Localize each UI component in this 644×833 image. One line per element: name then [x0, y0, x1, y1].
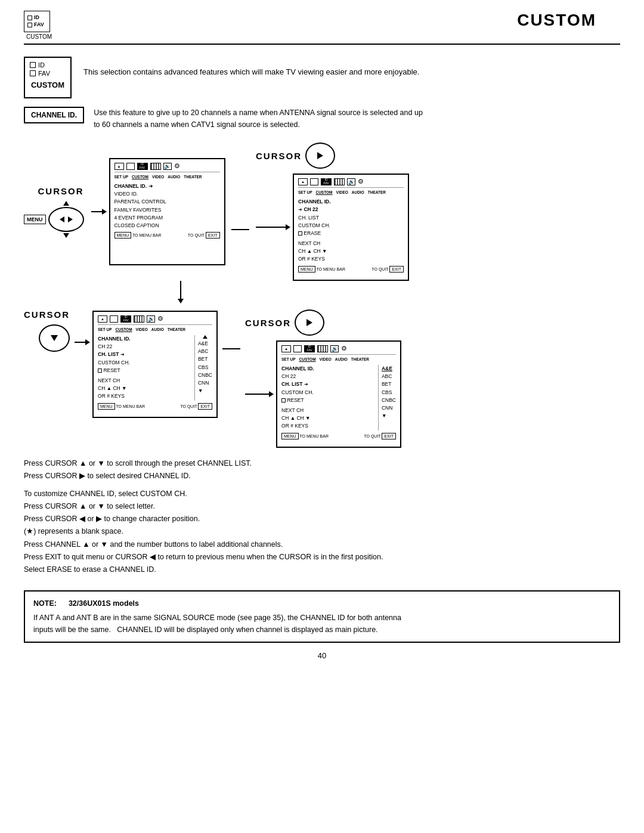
logo-id-label: ID	[38, 61, 45, 69]
tv-menu-btn-4: MENU	[281, 433, 299, 439]
logo-fav-label: FAV	[38, 70, 50, 77]
line-to-tv3	[75, 342, 85, 343]
ch-list-bet-3: BET	[198, 355, 212, 363]
tv-orkeys-3: OR # KEYS	[98, 392, 190, 400]
tv-footer-right-4: TO QUIT EXIT	[364, 434, 396, 438]
tv-icon-idfav-1: IDFAV	[137, 163, 148, 170]
tv-channelid-4: CHANNEL ID.	[281, 365, 373, 373]
intro-text: This selection contains advanced feature…	[83, 57, 419, 79]
tv-icon-arrow-3: ▲	[98, 315, 107, 323]
header-label: CUSTOM	[26, 33, 52, 40]
dpad-right-only-2	[295, 309, 324, 336]
tv-chlist-bold-3: CH. LIST	[98, 351, 119, 357]
tv-label-custom-2: CUSTOM	[315, 190, 332, 194]
v-line-1	[180, 281, 181, 299]
tv-channelid-3: CHANNEL ID.	[98, 335, 190, 343]
tv4-main-content: CHANNEL ID. CH 22 CH. LIST ➜ CUSTOM CH. …	[281, 365, 396, 431]
tv-footer-right-1: TO QUIT EXIT	[188, 233, 220, 237]
tv-footer-right-2: TO QUIT EXIT	[371, 267, 404, 271]
instr-line-9: Select ERASE to erase a CHANNEL ID.	[24, 563, 620, 576]
cursor-left-group: CURSOR MENU	[24, 186, 84, 238]
tv-footer-left-4: MENU TO MENU BAR	[281, 434, 329, 438]
tv2-with-connector: ▲ IDFAV 🔊 ⚙ SET UP CUSTOM VIDEO AUDIO TH…	[256, 174, 409, 281]
tv-top-bar-4: ▲ IDFAV 🔊 ⚙	[281, 345, 396, 355]
custom-logo-box: ID FAV CUSTOM	[24, 57, 72, 98]
tv-icon-screen-1	[126, 163, 135, 170]
tv-label-theater-2: THEATER	[368, 190, 386, 194]
tv-footer-3: MENU TO MENU BAR TO QUIT EXIT	[98, 404, 212, 408]
tv-top-labels-4: SET UP CUSTOM VIDEO AUDIO THEATER	[281, 357, 396, 363]
tv-icon-idfav-3: IDFAV	[120, 315, 131, 323]
tv-item-parental-1: PARENTAL CONTROL	[114, 198, 220, 206]
tv-reset-checkbox-3	[98, 368, 102, 373]
tv-icon-film-3	[134, 315, 144, 323]
ch-list-down-3: ▼	[198, 387, 212, 395]
dpad-oval-1	[48, 207, 84, 232]
cursor-label-4: CURSOR	[245, 318, 291, 328]
tv-label-video-1: VIDEO	[152, 175, 164, 179]
tv-ch22-4: CH 22	[281, 373, 373, 380]
tv-top-labels-2: SET UP CUSTOM VIDEO AUDIO THEATER	[298, 190, 404, 196]
tv-reset-3: RESET	[98, 367, 190, 374]
line-to-tv2	[256, 227, 286, 228]
tv-icon-arrow-1: ▲	[114, 163, 124, 170]
tv-chlist-bold-4: CH. LIST	[281, 381, 302, 387]
tv-exit-btn-4: EXIT	[382, 433, 396, 439]
ch-list-cnn-3: CNN	[198, 379, 212, 387]
cursor-label-1: CURSOR	[38, 186, 83, 196]
tv-label-audio-1: AUDIO	[168, 175, 180, 179]
tv-label-custom-3: CUSTOM	[116, 327, 132, 332]
diagrams-row2: CURSOR ▲ IDFAV 🔊 ⚙ SET UP	[24, 304, 620, 448]
note-model: 32/36UX01S models	[69, 597, 139, 609]
row1-h-connector	[231, 229, 250, 230]
tv-label-setup-4: SET UP	[281, 357, 295, 361]
tv4-with-connector: ▲ IDFAV 🔊 ⚙ SET UP CUSTOM VIDEO AUDIO TH…	[245, 340, 401, 448]
arrow-to-tv3	[85, 339, 90, 345]
tv-exit-btn-2: EXIT	[389, 266, 404, 272]
tv-label-setup-3: SET UP	[98, 327, 112, 332]
tv-channelid-arrow-1: ➜	[148, 183, 153, 189]
tv-label-audio-2: AUDIO	[352, 190, 364, 194]
header-logo: ID FAV	[24, 11, 50, 32]
note-box-header: NOTE: 32/36UX01S models	[33, 597, 611, 609]
tv-icon-gear-4: ⚙	[341, 345, 347, 352]
v-arrow-down	[178, 299, 184, 304]
dpad-oval-right-1	[305, 143, 335, 169]
tv-content-2: CHANNEL ID. ➜ CH 22 CH. LIST CUSTOM CH. …	[298, 198, 404, 264]
right-group-row1: CURSOR ▲ IDFAV	[256, 143, 409, 281]
tv-icon-idfav-2: IDFAV	[321, 178, 332, 185]
ch-list-cnbc-3: CNBC	[198, 371, 212, 379]
note-label: NOTE:	[33, 597, 57, 609]
header: ID FAV CUSTOM CUSTOM	[0, 0, 644, 40]
instr-line-7: Press CHANNEL ▲ or ▼ and the number butt…	[24, 538, 620, 551]
tv-chlist-4: CH. LIST ➜	[281, 380, 373, 388]
dpad-right-1	[68, 216, 73, 222]
tv-label-setup-2: SET UP	[298, 190, 312, 194]
instr-line-2: Press CURSOR ▶ to select desired CHANNEL…	[24, 470, 620, 482]
tv-footer-2: MENU TO MENU BAR TO QUIT EXIT	[298, 267, 404, 271]
tv-nextch-2: NEXT CH	[298, 240, 404, 247]
tv-label-video-3: VIDEO	[136, 327, 148, 332]
tv-menu-btn-2: MENU	[298, 266, 315, 272]
menu-button-1[interactable]: MENU	[24, 215, 46, 224]
tv-icon-gear-1: ⚙	[174, 162, 180, 170]
dpad-down-3	[39, 324, 70, 352]
line-h-mid-1	[231, 229, 249, 230]
tv-customch-3: CUSTOM CH.	[98, 359, 190, 367]
tv-icon-arrow-2: ▲	[298, 178, 308, 185]
tv-erase-checkbox-2	[298, 231, 302, 236]
tv-icon-film-2	[334, 178, 345, 185]
tv-icon-screen-3	[110, 315, 118, 323]
tv-label-theater-1: THEATER	[184, 175, 202, 179]
tv-chlist-2: CH. LIST	[298, 214, 404, 222]
tv-label-video-4: VIDEO	[320, 357, 332, 361]
diagrams-row2-container: CURSOR ▲ IDFAV 🔊 ⚙ SET UP	[0, 304, 644, 448]
instr-line-5: Press CURSOR ◀ or ▶ to change character …	[24, 513, 620, 525]
instr-line-1: Press CURSOR ▲ or ▼ to scroll through th…	[24, 457, 620, 470]
tv-top-bar-1: ▲ IDFAV 🔊 ⚙	[114, 162, 220, 172]
tv-icon-gear-3: ⚙	[157, 315, 163, 323]
note-line-1: If ANT A and ANT B are in the same SIGNA…	[33, 612, 611, 624]
custom-logo-label: CUSTOM	[30, 80, 66, 89]
tv-screen-3: ▲ IDFAV 🔊 ⚙ SET UP CUSTOM VIDEO AUDIO TH…	[92, 311, 218, 418]
instr-line-4: Press CURSOR ▲ or ▼ to select letter.	[24, 500, 620, 513]
